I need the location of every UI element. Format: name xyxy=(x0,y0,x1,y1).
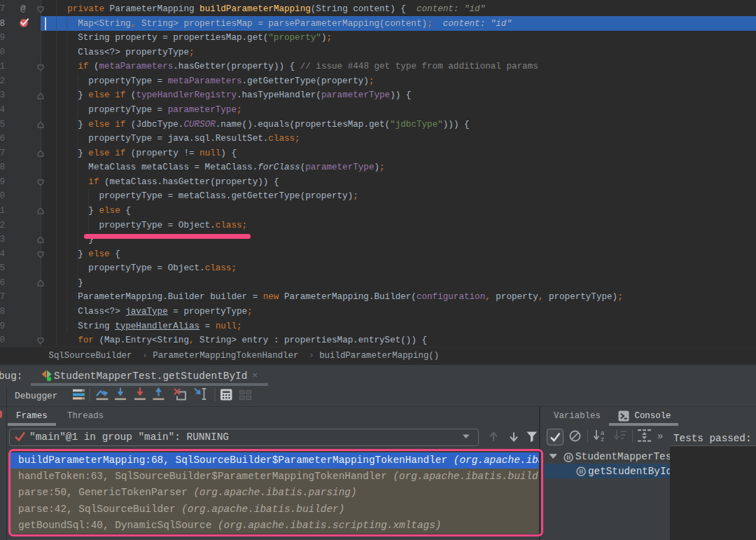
svg-text:a: a xyxy=(601,430,605,437)
svg-text:z: z xyxy=(601,436,604,443)
